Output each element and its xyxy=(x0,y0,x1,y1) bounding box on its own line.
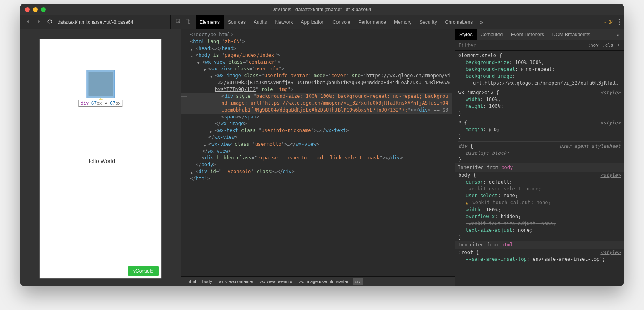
dom-node[interactable]: </html> xyxy=(181,175,452,182)
dom-node[interactable]: ▶<wx-text class="userinfo-nickname">…</w… xyxy=(181,127,452,134)
crumb[interactable]: body xyxy=(200,278,215,285)
dom-node[interactable]: ▼<wx-view class="userinfo"> xyxy=(181,66,452,72)
dom-node[interactable]: </wx-image> xyxy=(181,120,452,127)
dimension-tooltip: div 67px × 67px xyxy=(78,100,122,107)
address-bar[interactable]: data:text/html;charset=utf-8;base64, xyxy=(58,15,170,29)
hov-toggle[interactable]: :hov xyxy=(588,43,599,48)
window-title: DevTools - data:text/html;charset=utf-8;… xyxy=(20,7,624,12)
subtab-styles[interactable]: Styles xyxy=(455,29,477,40)
titlebar: DevTools - data:text/html;charset=utf-8;… xyxy=(20,4,624,15)
crumb[interactable]: wx-view.userinfo xyxy=(257,278,295,285)
breadcrumb: html body wx-view.container wx-view.user… xyxy=(181,276,455,286)
dom-node[interactable]: ▼<wx-image class="userinfo-avatar" mode=… xyxy=(181,72,452,93)
sidebar-tabs: Styles Computed Event Listeners DOM Brea… xyxy=(455,29,624,40)
more-tabs-icon[interactable]: » xyxy=(477,15,486,29)
viewport[interactable]: div 67px × 67px Hello World vConsole xyxy=(39,39,162,279)
subtab-computed[interactable]: Computed xyxy=(477,29,507,40)
tab-sources[interactable]: Sources xyxy=(224,15,250,29)
dom-node[interactable]: </wx-view> xyxy=(181,148,452,155)
dom-node-selected[interactable]: <div style="background-size: 100% 100%; … xyxy=(181,93,452,114)
page-preview: div 67px × 67px Hello World vConsole xyxy=(20,29,181,286)
forward-icon[interactable] xyxy=(36,19,42,26)
dom-node[interactable]: ▼<body is="pages/index/index"> xyxy=(181,52,452,59)
dom-node[interactable]: ▶<div id="__vconsole" class>…</div> xyxy=(181,168,452,175)
tab-memory[interactable]: Memory xyxy=(390,15,415,29)
devtools-window: DevTools - data:text/html;charset=utf-8;… xyxy=(20,4,624,286)
styles-panel: Styles Computed Event Listeners DOM Brea… xyxy=(455,29,624,286)
tab-chromelens[interactable]: ChromeLens xyxy=(441,15,477,29)
tab-elements[interactable]: Elements xyxy=(196,15,224,29)
subtab-event-listeners[interactable]: Event Listeners xyxy=(507,29,548,40)
subtab-dom-breakpoints[interactable]: DOM Breakpoints xyxy=(548,29,594,40)
device-toggle-icon[interactable] xyxy=(185,19,191,25)
hello-text: Hello World xyxy=(40,158,161,164)
styles-list[interactable]: element.style { background-size: 100% 10… xyxy=(455,51,624,286)
dom-node[interactable]: <div hidden class="exparser-inspector-to… xyxy=(181,155,452,161)
dom-node[interactable]: <!doctype html> xyxy=(181,31,452,38)
inspect-element-icon[interactable] xyxy=(175,19,181,25)
warnings-badge[interactable]: 84 xyxy=(603,19,614,25)
dom-node[interactable]: <span></span> xyxy=(181,114,452,120)
main: div 67px × 67px Hello World vConsole <!d… xyxy=(20,29,624,286)
tab-console[interactable]: Console xyxy=(328,15,354,29)
filter-input[interactable] xyxy=(455,43,588,48)
tab-security[interactable]: Security xyxy=(415,15,441,29)
dom-node[interactable]: <html lang="zh-CN"> xyxy=(181,38,452,45)
tab-network[interactable]: Network xyxy=(271,15,297,29)
tab-performance[interactable]: Performance xyxy=(354,15,390,29)
elements-panel: <!doctype html> <html lang="zh-CN"> ▶<he… xyxy=(181,29,455,286)
toolbar: data:text/html;charset=utf-8;base64, Ele… xyxy=(20,15,624,29)
crumb[interactable]: wx-image.userinfo-avatar xyxy=(296,278,351,285)
tab-audits[interactable]: Audits xyxy=(250,15,271,29)
dom-node[interactable]: </wx-view> xyxy=(181,134,452,141)
vconsole-button[interactable]: vConsole xyxy=(128,266,159,276)
back-icon[interactable] xyxy=(25,19,31,26)
dom-node[interactable]: ▼<wx-view class="container"> xyxy=(181,59,452,66)
inherited-separator: Inherited from body xyxy=(455,163,624,172)
filter-row: :hov .cls + xyxy=(455,40,624,51)
panel-tabs: Elements Sources Audits Network Applicat… xyxy=(196,15,487,29)
tab-application[interactable]: Application xyxy=(297,15,328,29)
dom-node[interactable]: ▶<wx-view class="usermotto">…</wx-view> xyxy=(181,141,452,148)
dom-tree[interactable]: <!doctype html> <html lang="zh-CN"> ▶<he… xyxy=(181,29,455,276)
subtab-more-icon[interactable]: » xyxy=(613,29,624,40)
dom-node[interactable]: ▶<head>…</head> xyxy=(181,45,452,52)
new-rule-button[interactable]: + xyxy=(617,43,620,48)
crumb[interactable]: html xyxy=(185,278,198,285)
highlighted-element xyxy=(87,70,115,98)
crumb-active[interactable]: div xyxy=(353,278,363,285)
settings-menu-icon[interactable] xyxy=(619,21,620,23)
refresh-icon[interactable] xyxy=(47,19,53,26)
crumb[interactable]: wx-view.container xyxy=(216,278,256,285)
cls-toggle[interactable]: .cls xyxy=(603,43,613,48)
dom-node[interactable]: </body> xyxy=(181,161,452,168)
inherited-separator: Inherited from html xyxy=(455,241,624,249)
